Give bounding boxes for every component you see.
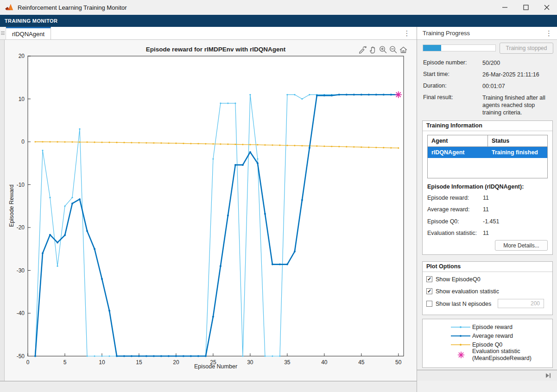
maximize-button[interactable] xyxy=(515,0,536,15)
chart-toolbar xyxy=(358,45,408,54)
skip-to-end-icon[interactable] xyxy=(545,373,551,379)
svg-text:-30: -30 xyxy=(17,267,25,274)
home-icon xyxy=(399,45,408,54)
episode-value: 11 xyxy=(483,206,489,213)
dock-grip[interactable] xyxy=(0,27,6,39)
pan-icon xyxy=(368,45,377,54)
agent-status-table: Agent Status rlDQNAgent Training finishe… xyxy=(427,135,548,178)
window-title: Reinforcement Learning Training Monitor xyxy=(18,4,127,11)
panel-statusbar xyxy=(417,370,557,381)
tab-label: rlDQNAgent xyxy=(12,31,44,38)
episode-information-title: Episode Information (rlDQNAgent): xyxy=(427,183,524,190)
episode-value: -1.451 xyxy=(483,218,499,225)
bottom-scrollbar-area xyxy=(0,381,417,392)
legend-line-sample xyxy=(451,325,470,329)
app-window: Reinforcement Learning Training Monitor … xyxy=(0,0,557,392)
zoom-out-icon xyxy=(389,45,398,54)
panel-header: Training Progress ⋮ xyxy=(417,27,557,40)
legend-label: Evaluation statistic (MeanEpisodeReward) xyxy=(472,348,532,362)
card-title: Training Information xyxy=(423,121,552,131)
matlab-logo-icon xyxy=(5,3,14,12)
svg-text:0: 0 xyxy=(21,139,25,145)
zoom-out-button[interactable] xyxy=(388,45,398,54)
cell-agent: rlDQNAgent xyxy=(428,147,488,158)
svg-text:20: 20 xyxy=(19,53,25,59)
window-controls xyxy=(494,0,557,15)
episode-row-q0: Episode Q0: -1.451 xyxy=(427,218,549,225)
episode-value: 11 xyxy=(483,230,489,236)
episode-value: 11 xyxy=(483,195,489,201)
training-stopped-button[interactable]: Training stopped xyxy=(500,43,553,54)
svg-text:-40: -40 xyxy=(17,310,25,316)
minimize-button[interactable] xyxy=(494,0,515,15)
checkbox[interactable] xyxy=(426,301,432,307)
legend-label: Average reward xyxy=(472,333,513,340)
column-header-status: Status xyxy=(488,135,547,146)
titlebar: Reinforcement Learning Training Monitor xyxy=(0,0,557,15)
checkbox[interactable]: ✓ xyxy=(426,276,432,282)
episode-row-evaluation: Evaluation statistic: 11 xyxy=(427,230,549,236)
export-icon xyxy=(358,45,367,54)
progress-fill xyxy=(423,45,441,51)
kebab-icon: ⋮ xyxy=(404,30,411,37)
episode-row-reward: Episode reward: 11 xyxy=(427,195,549,201)
tabstrip: rlDQNAgent ⋮ xyxy=(0,27,417,40)
checkbox-row-show-evaluation[interactable]: ✓ Show evaluation statistic xyxy=(423,288,552,296)
zoom-in-icon xyxy=(379,45,387,54)
more-details-button[interactable]: More Details... xyxy=(495,240,548,251)
checkbox-row-show-episodeq0[interactable]: ✓ Show EpisodeQ0 xyxy=(423,276,552,284)
panel-title: Training Progress xyxy=(423,30,470,37)
grip-icon xyxy=(1,33,5,33)
episode-label: Evaluation statistic: xyxy=(427,230,477,236)
export-button[interactable] xyxy=(358,45,367,54)
panel-menu-button[interactable]: ⋮ xyxy=(545,30,552,37)
info-label: Start time: xyxy=(423,71,449,77)
left-gutter xyxy=(0,40,5,381)
info-row-duration: Duration: 00:01:07 xyxy=(423,82,553,89)
y-axis-label: Episode Reward xyxy=(8,159,16,252)
episode-reward-chart[interactable]: 05101520253035404550-50-40-30-20-1001020 xyxy=(5,40,417,381)
panel-body: Training stopped Episode number: 50/200 … xyxy=(417,40,557,381)
episode-label: Average reward: xyxy=(427,206,470,213)
close-button[interactable] xyxy=(536,0,557,15)
svg-text:-20: -20 xyxy=(17,224,25,231)
checkbox[interactable]: ✓ xyxy=(426,288,432,294)
checkbox-label: Show last N episodes xyxy=(436,301,491,307)
episode-row-average: Average reward: 11 xyxy=(427,206,549,213)
chart-title: Episode reward for rlMDPEnv with rlDQNAg… xyxy=(28,46,404,53)
info-value: 50/200 xyxy=(482,59,553,67)
svg-text:-10: -10 xyxy=(17,182,25,188)
info-value: 00:01:07 xyxy=(482,82,553,90)
card-title: Plot Options xyxy=(423,262,552,272)
info-row-start-time: Start time: 26-Mar-2025 21:11:16 xyxy=(423,71,553,77)
pan-button[interactable] xyxy=(368,45,377,54)
n-episodes-input[interactable] xyxy=(498,299,544,308)
svg-text:10: 10 xyxy=(19,96,25,102)
plot-area[interactable] xyxy=(28,56,404,356)
close-icon xyxy=(544,5,550,10)
info-label: Episode number: xyxy=(423,59,467,66)
checkbox-label: Show evaluation statistic xyxy=(436,288,499,295)
zoom-in-button[interactable] xyxy=(378,45,387,54)
tab-rldqnagent[interactable]: rlDQNAgent xyxy=(6,27,51,39)
maximize-icon xyxy=(523,5,529,10)
progress-bar xyxy=(423,44,496,51)
info-value: 26-Mar-2025 21:11:16 xyxy=(482,71,553,78)
legend-label: Episode reward xyxy=(472,324,513,331)
info-value: Training finished after all agents reach… xyxy=(482,94,553,116)
episode-label: Episode Q0: xyxy=(427,218,459,225)
cell-status: Training finished xyxy=(488,147,547,158)
x-axis-label: Episode Number xyxy=(28,363,404,370)
restore-view-button[interactable] xyxy=(399,45,408,54)
minimize-icon xyxy=(502,5,508,10)
tab-overflow-menu-button[interactable]: ⋮ xyxy=(402,27,411,39)
legend-line-sample xyxy=(451,334,470,338)
svg-text:-50: -50 xyxy=(17,353,25,360)
checkbox-label: Show EpisodeQ0 xyxy=(436,276,481,283)
legend-card: Episode reward Average reward Episode Q0 xyxy=(422,319,553,368)
ribbon-tab-training-monitor[interactable]: TRAINING MONITOR xyxy=(5,18,57,24)
info-row-final-result: Final result: Training finished after al… xyxy=(423,94,553,101)
legend-line-sample xyxy=(451,342,470,347)
table-row[interactable]: rlDQNAgent Training finished xyxy=(428,147,547,158)
ribbon: TRAINING MONITOR xyxy=(0,15,557,27)
